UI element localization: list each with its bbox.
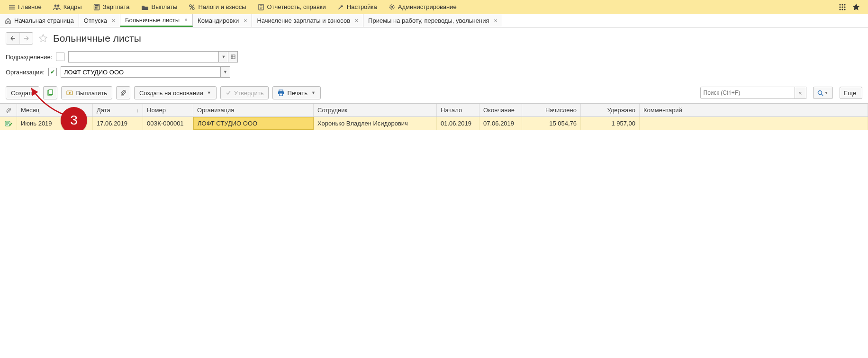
tab-home[interactable]: Начальная страница [0, 14, 79, 27]
print-button[interactable]: Печать▼ [272, 86, 321, 99]
home-icon [5, 18, 11, 24]
svg-rect-32 [279, 90, 283, 91]
close-icon[interactable]: × [494, 18, 497, 24]
chevron-down-icon: ▼ [824, 91, 828, 95]
close-icon: × [798, 90, 802, 97]
menu-reports[interactable]: Отчетность, справки [252, 0, 332, 14]
tab-hirings[interactable]: Приемы на работу, переводы, увольнения × [363, 14, 502, 27]
menu-settings[interactable]: Настройка [332, 0, 383, 14]
close-icon[interactable]: × [184, 17, 188, 23]
menu-personnel[interactable]: Кадры [47, 0, 88, 14]
favorite-icon[interactable] [38, 33, 48, 44]
menu-label: Кадры [63, 3, 82, 10]
copy-button[interactable] [43, 86, 57, 99]
menu-salary[interactable]: Зарплата [88, 0, 136, 14]
pay-button[interactable]: Выплатить [61, 86, 112, 99]
cell-employee: Хоронько Владлен Исидорович [314, 117, 437, 130]
col-number[interactable]: Номер [143, 104, 193, 116]
open-icon [231, 54, 235, 59]
department-input[interactable] [68, 51, 219, 63]
org-dropdown-button[interactable]: ▼ [221, 66, 230, 78]
nav-forward-button[interactable] [19, 33, 33, 44]
table-row[interactable]: Июнь 2019 17.06.2019 00ЗК-000001 ЛОФТ СТ… [0, 117, 868, 130]
svg-point-7 [95, 8, 96, 9]
svg-point-5 [96, 7, 97, 8]
create-button[interactable]: Создать [6, 86, 39, 99]
more-button[interactable]: Еще [840, 87, 862, 99]
nav-back-button[interactable] [6, 33, 19, 44]
chevron-down-icon: ▼ [207, 90, 211, 95]
tab-sick-leaves[interactable]: Больничные листы × [120, 14, 193, 27]
svg-point-35 [818, 90, 822, 94]
col-withheld[interactable]: Удержано [581, 104, 640, 116]
cell-date: 17.06.2019 [93, 117, 143, 130]
tab-payroll[interactable]: Начисление зарплаты и взносов × [252, 14, 363, 27]
close-icon[interactable]: × [355, 18, 358, 24]
col-start[interactable]: Начало [437, 104, 479, 116]
col-end[interactable]: Окончание [479, 104, 522, 116]
col-date[interactable]: Дата↓ [93, 104, 143, 116]
menu-main[interactable]: Главное [3, 0, 47, 14]
svg-point-24 [839, 9, 841, 10]
menu-label: Администрирование [398, 3, 457, 10]
menu-payments[interactable]: Выплаты [136, 0, 183, 14]
document-posted-icon [5, 120, 12, 127]
menu-label: Налоги и взносы [198, 3, 246, 10]
col-comment[interactable]: Комментарий [640, 104, 868, 116]
create-based-button[interactable]: Создать на основании▼ [134, 86, 217, 99]
org-label: Организация: [6, 69, 45, 76]
col-accrued[interactable]: Начислено [522, 104, 581, 116]
menu-admin[interactable]: Администрирование [383, 0, 462, 14]
org-input[interactable] [61, 66, 221, 78]
hamburger-icon [9, 4, 15, 10]
wrench-icon [337, 4, 344, 10]
calculator-icon [93, 4, 100, 10]
search-clear-button[interactable]: × [795, 87, 806, 99]
cell-end: 07.06.2019 [479, 117, 522, 130]
svg-rect-3 [95, 5, 99, 6]
close-icon[interactable]: × [244, 18, 247, 24]
search-input[interactable] [700, 87, 795, 99]
close-icon[interactable]: × [112, 18, 115, 24]
cell-withheld: 1 957,00 [581, 117, 640, 130]
document-icon [258, 4, 264, 10]
money-icon [66, 90, 73, 96]
button-label: Утвердить [234, 90, 264, 97]
col-org[interactable]: Организация [193, 104, 314, 116]
button-label: Создать [11, 90, 34, 97]
org-checkbox[interactable] [48, 68, 57, 76]
svg-point-21 [839, 6, 841, 8]
tab-label: Начисление зарплаты и взносов [257, 17, 350, 24]
department-open-button[interactable] [228, 51, 238, 63]
tab-label: Начальная страница [14, 17, 74, 24]
tab-trips[interactable]: Командировки × [193, 14, 252, 27]
department-dropdown-button[interactable]: ▼ [219, 51, 228, 63]
gear-icon [389, 4, 395, 10]
apps-icon[interactable] [839, 3, 846, 11]
department-checkbox[interactable] [56, 53, 64, 61]
svg-point-8 [96, 8, 97, 9]
svg-point-26 [844, 9, 845, 10]
button-label: Еще [844, 90, 856, 97]
tab-vacations[interactable]: Отпуска × [79, 14, 120, 27]
paperclip-icon [6, 107, 11, 113]
col-employee[interactable]: Сотрудник [314, 104, 437, 116]
cell-start: 01.06.2019 [437, 117, 479, 130]
menu-taxes[interactable]: Налоги и взносы [183, 0, 252, 14]
col-attachment[interactable] [0, 104, 17, 116]
button-label: Печать [287, 90, 307, 97]
approve-button[interactable]: Утвердить [220, 86, 269, 99]
attach-button[interactable] [116, 86, 130, 99]
tab-label: Приемы на работу, переводы, увольнения [368, 17, 489, 24]
tab-label: Командировки [198, 17, 239, 24]
menu-label: Выплаты [152, 3, 178, 10]
svg-point-17 [391, 6, 393, 8]
copy-icon [47, 90, 54, 96]
star-icon[interactable] [852, 3, 860, 11]
sort-asc-icon: ↓ [136, 107, 139, 113]
menu-label: Настройка [347, 3, 377, 10]
search-button[interactable]: ▼ [813, 87, 833, 99]
paperclip-icon [120, 90, 127, 96]
menu-label: Зарплата [103, 3, 130, 10]
svg-point-22 [841, 6, 843, 8]
